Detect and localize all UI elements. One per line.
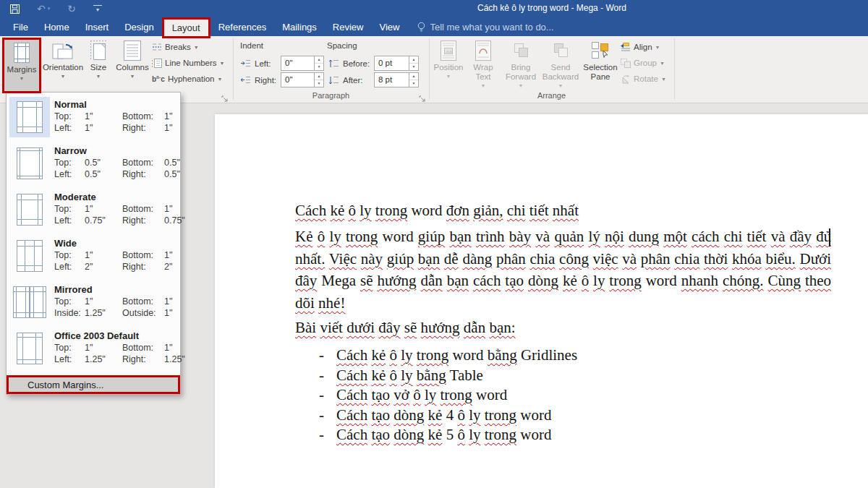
doc-word: sẽ bbox=[404, 319, 417, 336]
tab-mailings[interactable]: Mailings bbox=[274, 17, 325, 36]
wrap-text-button[interactable]: Wrap Text ▼ bbox=[467, 39, 500, 88]
spacing-before-input[interactable]: 0 pt ▲▼ bbox=[374, 56, 419, 71]
hyphenation-icon: ba-c bbox=[152, 74, 165, 83]
list-item: -Cách tạo vở ô ly trong word bbox=[295, 385, 831, 406]
indent-right-input[interactable]: 0" ▲▼ bbox=[281, 72, 324, 87]
doc-word: giản, bbox=[473, 202, 503, 219]
doc-word: dẫn bbox=[464, 319, 485, 336]
tab-review[interactable]: Review bbox=[325, 17, 372, 36]
margins-option-normal[interactable]: Normal Top:1"Bottom:1" Left:1"Right:1" bbox=[7, 95, 180, 142]
doc-word: trong bbox=[417, 346, 448, 364]
paragraph-group-label: Paragraph bbox=[233, 91, 429, 100]
doc-word: và bbox=[622, 250, 637, 267]
align-button[interactable]: Align ▼ bbox=[621, 40, 660, 53]
doc-word: bằng bbox=[488, 346, 517, 364]
custom-margins-menu-item[interactable]: Custom Margins... bbox=[7, 375, 180, 394]
doc-word: dung bbox=[629, 228, 659, 245]
spinner-arrows[interactable]: ▲▼ bbox=[314, 56, 323, 70]
doc-word: Mega bbox=[321, 272, 356, 289]
doc-word: sẽ bbox=[360, 272, 373, 289]
doc-word: dàng bbox=[462, 250, 492, 267]
margins-option-mirrored[interactable]: Mirrored Top:1"Bottom:1" Inside:1.25"Out… bbox=[7, 281, 180, 327]
align-icon bbox=[621, 43, 631, 52]
position-button[interactable]: Position ▼ bbox=[432, 39, 465, 79]
list-item-text: Cách tạo dòng kẻ 5 ô ly trong word bbox=[336, 425, 551, 445]
group-button[interactable]: Group ▼ bbox=[621, 56, 665, 69]
tab-home[interactable]: Home bbox=[36, 17, 77, 36]
spacing-title: Spacing bbox=[327, 41, 357, 50]
tab-insert[interactable]: Insert bbox=[77, 17, 117, 36]
tab-file[interactable]: File bbox=[5, 17, 36, 36]
redo-icon[interactable]: ↻ bbox=[67, 4, 76, 14]
margins-button[interactable]: Margins ▼ bbox=[2, 38, 41, 93]
doc-word: lý bbox=[588, 228, 600, 245]
orientation-button[interactable]: Orientation ▼ bbox=[45, 39, 81, 79]
spacing-after-icon bbox=[329, 76, 339, 85]
margins-option-office-2003[interactable]: Office 2003 Default Top:1"Bottom:1" Left… bbox=[7, 327, 180, 373]
doc-word: ly bbox=[469, 406, 480, 424]
tab-layout[interactable]: Layout bbox=[162, 17, 210, 38]
margins-label: Margins bbox=[7, 65, 37, 74]
margins-option-wide[interactable]: Wide Top:1"Bottom:1" Left:2"Right:2" bbox=[7, 234, 180, 281]
chevron-down-icon: ▼ bbox=[655, 45, 660, 50]
margin-preview-narrow-icon bbox=[9, 143, 50, 184]
indent-left-input[interactable]: 0" ▲▼ bbox=[281, 56, 324, 71]
margins-option-narrow[interactable]: Narrow Top:0.5"Bottom:0.5" Left:0.5"Righ… bbox=[7, 142, 180, 188]
spinner-arrows[interactable]: ▲▼ bbox=[409, 56, 418, 70]
spacing-after-input[interactable]: 8 pt ▲▼ bbox=[374, 72, 419, 87]
paragraph-dialog-launcher-icon[interactable] bbox=[419, 93, 427, 100]
doc-word: tạo bbox=[371, 426, 390, 443]
spinner-up-icon[interactable]: ▲ bbox=[315, 56, 323, 64]
spinner-up-icon[interactable]: ▲ bbox=[409, 56, 418, 64]
spinner-up-icon[interactable]: ▲ bbox=[409, 73, 418, 80]
doc-word: Dưới bbox=[800, 250, 832, 267]
spinner-arrows[interactable]: ▲▼ bbox=[314, 73, 323, 87]
list-dash: - bbox=[295, 406, 336, 426]
columns-button[interactable]: Columns ▼ bbox=[114, 39, 150, 79]
rotate-button[interactable]: Rotate ▼ bbox=[621, 72, 666, 85]
document-page[interactable]: Cách kẻ ô ly trong word đơn giản, chi ti… bbox=[215, 114, 868, 488]
doc-word: Cách bbox=[336, 346, 367, 364]
doc-word: bạn bbox=[447, 272, 469, 289]
doc-word: này bbox=[361, 250, 383, 267]
doc-word: bạn bbox=[449, 228, 471, 245]
spinner-down-icon[interactable]: ▼ bbox=[409, 64, 418, 70]
doc-word: ô bbox=[318, 228, 326, 245]
spinner-up-icon[interactable]: ▲ bbox=[315, 73, 323, 80]
spinner-arrows[interactable]: ▲▼ bbox=[409, 73, 418, 87]
bring-forward-icon bbox=[512, 39, 529, 62]
doc-word: đây bbox=[378, 319, 400, 336]
tab-design[interactable]: Design bbox=[116, 17, 161, 36]
spinner-down-icon[interactable]: ▼ bbox=[315, 80, 323, 87]
doc-word: ly bbox=[593, 272, 605, 289]
tell-me-box[interactable]: Tell me what you want to do... bbox=[417, 17, 553, 36]
list-item: -Cách kẻ ô ly bằng Table bbox=[295, 366, 831, 386]
doc-word: ly bbox=[469, 426, 480, 443]
line-numbers-button[interactable]: Line Numbers ▼ bbox=[152, 56, 225, 69]
margins-option-moderate[interactable]: Moderate Top:1"Bottom:1" Left:0.75"Right… bbox=[7, 188, 180, 234]
hyphenation-button[interactable]: ba-c Hyphenation ▼ bbox=[152, 72, 222, 85]
position-label: Position bbox=[434, 63, 464, 72]
page-setup-dialog-launcher-icon[interactable] bbox=[221, 93, 229, 100]
spinner-down-icon[interactable]: ▼ bbox=[315, 64, 323, 70]
save-icon[interactable] bbox=[10, 4, 20, 14]
doc-word: word bbox=[382, 228, 413, 245]
tab-view[interactable]: View bbox=[371, 17, 407, 36]
doc-word: Kẻ bbox=[295, 228, 313, 245]
group-label: Group bbox=[634, 59, 657, 67]
send-backward-button[interactable]: Send Backward ▼ bbox=[541, 39, 580, 88]
selection-pane-button[interactable]: Selection Pane bbox=[582, 39, 619, 82]
chevron-down-icon: ▼ bbox=[61, 74, 66, 79]
indent-right-icon bbox=[241, 76, 251, 85]
undo-icon[interactable]: ↶▾ bbox=[37, 4, 50, 14]
breaks-button[interactable]: Breaks ▼ bbox=[152, 40, 199, 53]
size-button[interactable]: Size ▼ bbox=[82, 39, 114, 79]
doc-word: dưới bbox=[346, 319, 375, 336]
line-numbers-icon bbox=[152, 59, 162, 68]
tab-references[interactable]: References bbox=[210, 17, 274, 36]
bring-forward-button[interactable]: Bring Forward ▼ bbox=[502, 39, 540, 88]
doc-word: Cách bbox=[336, 406, 367, 424]
chevron-down-icon: ▾ bbox=[48, 4, 51, 14]
customize-quick-access-icon[interactable]: ▾ bbox=[93, 5, 102, 13]
spinner-down-icon[interactable]: ▼ bbox=[409, 80, 418, 87]
